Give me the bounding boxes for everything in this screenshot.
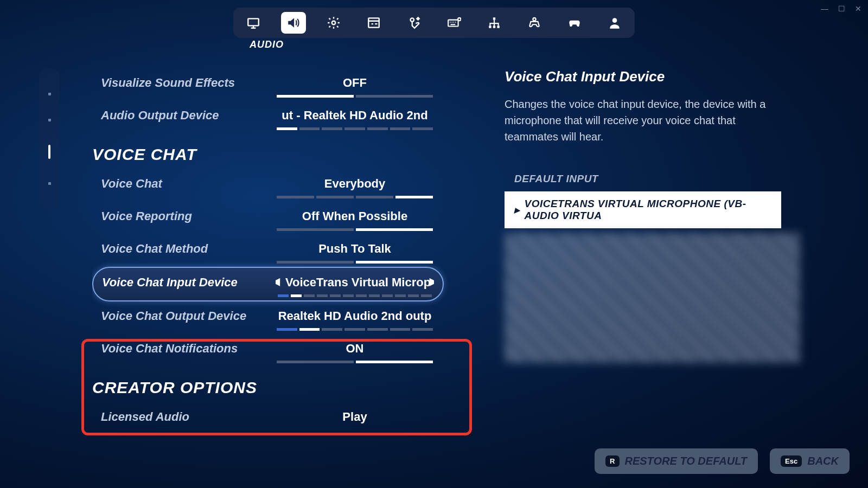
tab-ui[interactable]: [361, 12, 386, 34]
section-header: CREATOR OPTIONS: [92, 367, 444, 402]
setting-voice-chat-input-device[interactable]: Voice Chat Input DeviceVoiceTrans Virtua…: [92, 267, 444, 301]
window-controls: — ☐ ✕: [821, 4, 861, 13]
setting-voice-chat[interactable]: Voice ChatEverybody: [92, 169, 444, 202]
prev-option-icon[interactable]: ◀: [276, 275, 280, 287]
svg-point-11: [612, 18, 617, 23]
active-tab-label: AUDIO: [250, 39, 284, 50]
section-indicator: [39, 68, 60, 209]
setting-visualize-sound-effects[interactable]: Visualize Sound EffectsOFF: [92, 68, 444, 101]
option-ticks: [277, 261, 433, 264]
setting-label: Voice Reporting: [101, 209, 275, 223]
tab-game[interactable]: [321, 12, 346, 34]
setting-value: ON: [275, 342, 435, 356]
svg-rect-0: [248, 18, 259, 25]
setting-value: Off When Possible: [275, 209, 435, 223]
svg-point-1: [332, 21, 336, 25]
caret-right-icon: ▶: [514, 206, 520, 214]
setting-value: VoiceTrans Virtual Microp◀▶: [276, 275, 434, 290]
maximize-icon[interactable]: ☐: [838, 4, 845, 13]
svg-rect-6: [493, 17, 495, 20]
info-panel: Voice Chat Input Device Changes the voic…: [505, 68, 781, 363]
info-description: Changes the voice chat input device, the…: [505, 96, 781, 145]
device-option[interactable]: DEFAULT INPUT: [505, 166, 781, 191]
svg-rect-7: [489, 25, 491, 28]
setting-licensed-audio[interactable]: Licensed AudioPlay: [92, 402, 444, 435]
tab-keyboard[interactable]: [442, 12, 467, 34]
option-ticks: [277, 361, 433, 363]
setting-value: ut - Realtek HD Audio 2nd: [275, 108, 435, 123]
setting-voice-chat-notifications[interactable]: Voice Chat NotificationsON: [92, 334, 444, 367]
option-ticks: [277, 328, 433, 331]
setting-value: Push To Talk: [275, 242, 435, 256]
device-option[interactable]: ▶VOICETRANS VIRTUAL MICROPHONE (VB-AUDIO…: [505, 191, 781, 228]
option-text: DEFAULT INPUT: [514, 173, 598, 184]
svg-rect-9: [497, 25, 499, 28]
key-hint-r: R: [605, 455, 619, 467]
tab-controller[interactable]: [562, 12, 587, 34]
next-option-icon[interactable]: ▶: [430, 275, 434, 287]
indicator-active: [48, 145, 50, 159]
back-button[interactable]: Esc BACK: [770, 448, 850, 474]
indicator-dot: [48, 93, 51, 95]
option-text: VOICETRANS VIRTUAL MICROPHONE (VB-AUDIO …: [525, 198, 772, 222]
section-header: VOICE CHAT: [92, 133, 444, 169]
tab-network[interactable]: [482, 12, 507, 34]
svg-rect-2: [368, 18, 379, 27]
setting-label: Voice Chat Method: [101, 242, 275, 256]
setting-value: Play: [275, 410, 435, 424]
indicator-dot: [48, 182, 51, 185]
option-ticks: [277, 95, 433, 98]
close-icon[interactable]: ✕: [855, 4, 861, 13]
svg-point-3: [411, 18, 414, 22]
back-label: BACK: [807, 455, 839, 467]
info-title: Voice Chat Input Device: [505, 68, 781, 85]
setting-label: Voice Chat Notifications: [101, 342, 275, 356]
setting-audio-output-device[interactable]: Audio Output Deviceut - Realtek HD Audio…: [92, 101, 444, 133]
tab-audio[interactable]: [281, 12, 306, 34]
blurred-options: [505, 233, 800, 363]
svg-point-5: [458, 18, 461, 21]
tab-account[interactable]: [602, 12, 627, 34]
setting-label: Voice Chat Output Device: [101, 309, 275, 323]
option-ticks: [277, 127, 433, 130]
settings-tabs: [233, 8, 635, 38]
setting-label: Voice Chat: [101, 177, 275, 191]
setting-label: Visualize Sound Effects: [101, 76, 275, 90]
restore-label: RESTORE TO DEFAULT: [625, 455, 748, 467]
setting-label: Audio Output Device: [101, 108, 275, 123]
tab-touch[interactable]: [401, 12, 426, 34]
tab-controller-settings[interactable]: [522, 12, 547, 34]
option-ticks: [277, 196, 433, 198]
option-ticks: [278, 294, 432, 297]
minimize-icon[interactable]: —: [821, 4, 828, 13]
tab-video[interactable]: [241, 12, 266, 34]
settings-list: Visualize Sound EffectsOFFAudio Output D…: [92, 68, 452, 464]
restore-default-button[interactable]: R RESTORE TO DEFAULT: [595, 448, 758, 474]
setting-voice-reporting[interactable]: Voice ReportingOff When Possible: [92, 202, 444, 234]
device-options: DEFAULT INPUT▶VOICETRANS VIRTUAL MICROPH…: [505, 166, 781, 228]
setting-value: OFF: [275, 76, 435, 90]
svg-rect-8: [493, 25, 495, 28]
key-hint-esc: Esc: [781, 455, 802, 467]
setting-value: Everybody: [275, 177, 435, 191]
setting-label: Voice Chat Input Device: [102, 275, 276, 290]
setting-value: Realtek HD Audio 2nd outp: [275, 309, 435, 323]
svg-rect-4: [448, 20, 458, 27]
setting-label: Licensed Audio: [101, 410, 275, 424]
setting-voice-chat-output-device[interactable]: Voice Chat Output DeviceRealtek HD Audio…: [92, 301, 444, 334]
bottom-buttons: R RESTORE TO DEFAULT Esc BACK: [595, 448, 850, 474]
setting-voice-chat-method[interactable]: Voice Chat MethodPush To Talk: [92, 234, 444, 267]
indicator-dot: [48, 119, 51, 121]
option-ticks: [277, 228, 433, 231]
